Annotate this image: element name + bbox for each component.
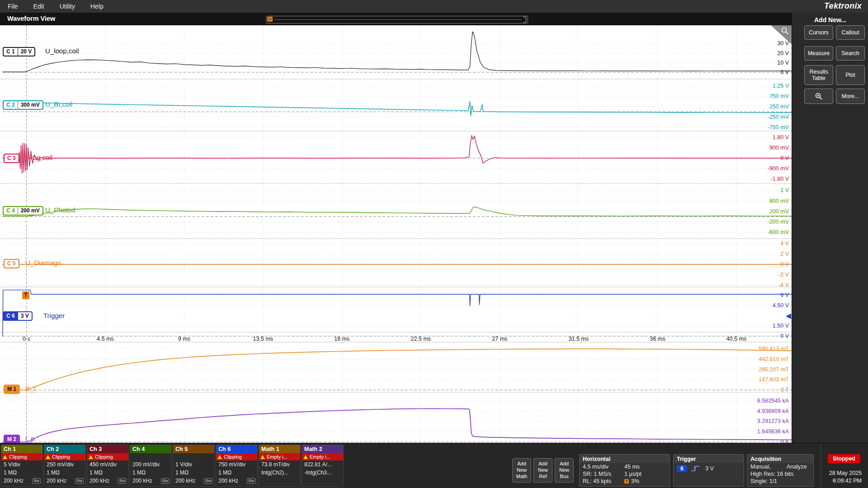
waveform-canvas[interactable]: 30 V20 V10 V0 V1.25 V750 mV250 mV-250 mV… [0,25,792,443]
badge-ch1-warning: Clipping [1,453,42,460]
date-label: 28 May 2025 [829,469,862,477]
badge-ch5-row1: 1 V/div [173,460,214,469]
scale-label-c1: 0 V [780,69,789,75]
rising-edge-icon [691,465,700,472]
time-label: 22.5 ms [411,336,431,342]
warning-icon [46,455,50,459]
trace-c6[interactable] [3,290,792,336]
trace-c2[interactable] [3,102,792,116]
plot-button[interactable]: Plot [836,65,865,85]
badge-ch5[interactable]: Ch 51 V/div1 MΩ200 kHzBw [173,445,215,487]
waveform-view-tab-bar: Waveform View [0,13,792,25]
scale-label-m1: 295.207 mT [759,366,789,373]
badge-math2-row2: -Intg(Ch3... [302,469,343,477]
acquisition-title: Acquisition [747,455,813,463]
warning-icon [3,455,7,459]
badge-ch2-warning: Clipping [44,453,85,460]
trigger-panel[interactable]: Trigger 6 3 V [673,454,744,487]
time-label: 31.5 ms [569,336,589,342]
acquisition-analyze: Analyze [787,464,807,470]
scale-label-c2: 750 mV [769,93,789,99]
badge-ch3[interactable]: Ch 3Clipping450 mV/div1 MΩ200 kHzBw [87,445,129,487]
menu-utility[interactable]: Utility [52,0,83,13]
time-label: 18 ms [334,336,349,342]
scale-label-m2: 4.936909 kA [757,408,789,414]
menu-edit[interactable]: Edit [26,0,52,13]
scale-label-c4: 200 mV [769,208,789,215]
menu-bar-items: FileEditUtilityHelp [0,0,111,13]
badge-ch1-title: Ch 1 [1,445,42,453]
trace-c3[interactable] [3,136,792,174]
badge-ch6-row3: 200 kHzBw [216,477,257,485]
badge-math2[interactable]: Math 2Empty i...822.81 A/...-Intg(Ch3... [302,445,344,487]
scale-label-c6: 4.50 V [773,302,789,309]
scale-label-c3: -1.80 V [771,176,789,182]
scale-label-m1: 590.413 mT [759,346,789,352]
badge-ch4-row3: 200 kHzBw [130,477,171,485]
badge-ch4[interactable]: Ch 4200 mV/div1 MΩ200 kHzBw [130,445,172,487]
badge-ch2-title: Ch 2 [44,445,85,453]
trigger-position-icon: T [624,479,629,483]
badge-ch2[interactable]: Ch 2Clipping250 mV/div1 MΩ200 kHzBw [44,445,86,487]
expansion-point-icon[interactable] [267,17,273,22]
add-new-math-button[interactable]: AddNewMath [512,458,531,483]
bottom-bar: Ch 1Clipping5 V/div1 MΩ200 kHzBwCh 2Clip… [0,443,868,488]
zoom-overview-bar[interactable] [266,16,528,23]
measure-button[interactable]: Measure [804,46,833,61]
add-new-ref-button[interactable]: AddNewRef [533,458,552,483]
menu-file[interactable]: File [0,0,26,13]
add-new-bus-button[interactable]: AddNewBus [555,458,574,483]
scale-label-c5: 4 V [780,240,789,247]
warning-icon [217,455,222,459]
acquisition-panel[interactable]: Acquisition Manual, Analyze High Res: 16… [747,454,814,487]
warning-icon [89,455,93,459]
badge-math2-title: Math 2 [302,445,343,453]
badge-ch1[interactable]: Ch 1Clipping5 V/div1 MΩ200 kHzBw [1,445,43,487]
badge-ch4-row1: 200 mV/div [130,460,171,469]
time-label: 9 ms [178,336,190,342]
badge-math1[interactable]: Math 1Empty i...73.8 mT/divIntg(Ch2)... [259,445,301,487]
trace-c1[interactable] [3,32,792,72]
scale-label-c1: 20 V [777,50,789,56]
scale-label-c4: 600 mV [769,198,789,204]
scale-label-m1: 442.810 mT [759,356,789,362]
scale-label-c3: -900 mV [768,165,789,172]
time-label: 13.5 ms [253,336,273,342]
badge-ch2-row1: 250 mV/div [44,460,85,469]
scale-label-c5: 0 V [780,261,789,267]
cursors-button[interactable]: Cursors [804,25,833,40]
badge-ch3-row3: 200 kHzBw [87,477,128,485]
bandwidth-limit-icon: Bw [118,478,127,484]
badge-ch5-row3: 200 kHzBw [173,477,214,485]
trace-m2[interactable] [3,408,792,442]
acquisition-mode: Manual, [750,464,787,470]
results-table-button[interactable]: Results Table [804,65,833,85]
zoom-button[interactable] [804,89,833,104]
badge-math2-row1: 822.81 A/... [302,460,343,469]
callout-button[interactable]: Callout [836,25,865,40]
sample-rate: SR: 1 MS/s [583,471,624,477]
badge-ch6-row1: 750 mV/div [216,460,257,469]
badge-ch3-warning: Clipping [87,453,128,460]
badge-ch6[interactable]: Ch 6Clipping750 mV/div1 MΩ200 kHzBw [216,445,258,487]
waveform-plot-area[interactable]: 30 V20 V10 V0 V1.25 V750 mV250 mV-250 mV… [0,25,792,443]
badge-ch6-row2: 1 MΩ [216,469,257,477]
scale-label-m2: 6.582545 kA [757,398,789,404]
scale-label-c3: 0 V [780,155,789,161]
scale-label-c6: 6 V [780,292,789,298]
scale-label-c4: -600 mV [768,229,789,235]
menu-help[interactable]: Help [83,0,111,13]
warning-icon [260,455,265,459]
overview-right-bracket-icon[interactable] [523,17,526,23]
horizontal-panel[interactable]: Horizontal 4.5 ms/div 45 ms SR: 1 MS/s 1… [579,454,670,487]
badge-ch5-row2: 1 MΩ [173,469,214,477]
badge-math1-row1: 73.8 mT/div [259,460,300,469]
scale-label-c4: 1 V [780,187,789,193]
badge-ch2-row2: 1 MΩ [44,469,85,477]
more-button[interactable]: More... [836,89,865,104]
datetime: 28 May 2025 6:09:42 PM [829,469,862,485]
acquisition-detail: High Res: 16 bits [750,471,793,477]
search-button[interactable]: Search [836,46,865,61]
bottom-bar-divider [821,444,821,488]
badge-ch3-row2: 1 MΩ [87,469,128,477]
